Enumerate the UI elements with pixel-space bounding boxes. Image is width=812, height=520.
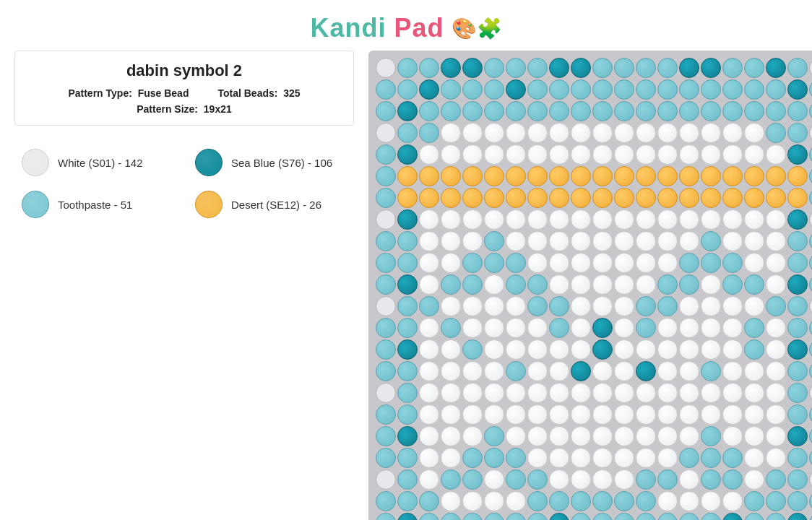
- bead: [766, 79, 786, 100]
- bead: [744, 231, 764, 251]
- bead: [549, 274, 569, 295]
- bead: [614, 491, 634, 511]
- bead: [419, 469, 439, 490]
- bead: [397, 123, 418, 143]
- bead: [701, 231, 721, 251]
- bead: [397, 274, 418, 295]
- bead: [787, 253, 808, 273]
- bead: [722, 58, 743, 78]
- bead: [809, 469, 812, 490]
- bead: [679, 144, 699, 165]
- bead: [484, 426, 504, 446]
- bead: [376, 188, 396, 208]
- bead: [397, 101, 418, 121]
- bead: [484, 253, 504, 273]
- bead: [376, 318, 396, 338]
- bead: [506, 318, 526, 338]
- bead: [549, 318, 569, 338]
- swatch-label-1: Sea Blue (S76) - 106: [231, 157, 332, 169]
- bead: [766, 469, 786, 490]
- bead: [484, 166, 504, 186]
- bead: [809, 404, 812, 425]
- bead: [766, 58, 786, 78]
- bead: [722, 101, 743, 121]
- bead: [419, 361, 439, 381]
- bead: [766, 231, 786, 251]
- bead: [592, 123, 613, 143]
- swatch-label-2: Toothpaste - 51: [58, 199, 132, 211]
- bead: [527, 231, 548, 251]
- bead: [722, 513, 743, 520]
- bead: [527, 101, 548, 121]
- bead: [571, 253, 591, 273]
- bead: [549, 361, 569, 381]
- bead: [679, 448, 699, 468]
- bead: [679, 404, 699, 425]
- bead: [506, 513, 526, 520]
- bead: [527, 339, 548, 360]
- bead: [809, 361, 812, 381]
- bead: [679, 339, 699, 360]
- bead: [809, 79, 812, 100]
- bead: [787, 318, 808, 338]
- bead: [484, 123, 504, 143]
- bead: [506, 339, 526, 360]
- bead: [441, 296, 461, 316]
- bead: [744, 448, 764, 468]
- bead: [722, 383, 743, 403]
- bead: [571, 426, 591, 446]
- bead: [527, 318, 548, 338]
- logo-kandi: Kandi: [310, 13, 386, 43]
- bead: [592, 426, 613, 446]
- bead: [549, 144, 569, 165]
- bead: [506, 426, 526, 446]
- bead: [722, 79, 743, 100]
- bead: [592, 188, 613, 208]
- swatch-circle-0: [22, 149, 49, 176]
- bead: [484, 58, 504, 78]
- bead: [722, 469, 743, 490]
- bead: [679, 58, 699, 78]
- bead: [462, 448, 483, 468]
- bead: [657, 469, 678, 490]
- bead: [722, 123, 743, 143]
- bead: [766, 426, 786, 446]
- bead: [441, 426, 461, 446]
- bead: [766, 101, 786, 121]
- swatch-circle-1: [195, 149, 223, 176]
- bead: [419, 318, 439, 338]
- bead: [506, 101, 526, 121]
- bead: [462, 188, 483, 208]
- bead: [506, 253, 526, 273]
- bead: [506, 361, 526, 381]
- bead: [787, 231, 808, 251]
- bead: [484, 101, 504, 121]
- right-panel: [368, 51, 812, 520]
- bead: [809, 296, 812, 316]
- pattern-type-label: Pattern Type:: [68, 87, 131, 99]
- bead: [722, 404, 743, 425]
- bead: [809, 58, 812, 78]
- bead: [571, 79, 591, 100]
- bead: [766, 448, 786, 468]
- bead: [722, 166, 743, 186]
- bead: [701, 339, 721, 360]
- swatch-item-0: White (S01) - 142: [22, 149, 173, 176]
- bead: [636, 448, 656, 468]
- bead: [549, 491, 569, 511]
- bead: [484, 404, 504, 425]
- bead: [462, 101, 483, 121]
- bead: [506, 58, 526, 78]
- total-beads: Total Beads: 325: [217, 87, 300, 99]
- bead: [484, 274, 504, 295]
- bead: [766, 491, 786, 511]
- bead: [679, 513, 699, 520]
- bead: [701, 58, 721, 78]
- bead: [571, 513, 591, 520]
- bead: [679, 383, 699, 403]
- bead: [657, 231, 678, 251]
- bead: [571, 274, 591, 295]
- header: Kandi Pad 🎨🧩: [0, 0, 812, 51]
- bead: [766, 166, 786, 186]
- bead: [679, 123, 699, 143]
